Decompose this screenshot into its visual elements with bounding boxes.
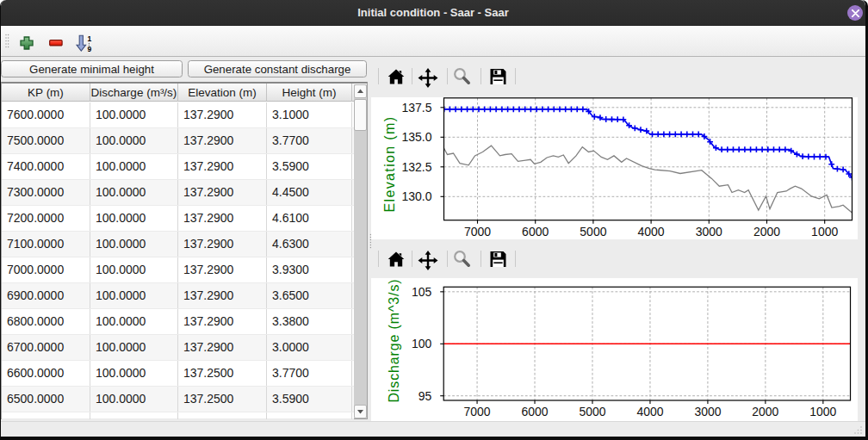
svg-text:5000: 5000 [579, 405, 605, 418]
svg-text:6000: 6000 [522, 225, 549, 239]
svg-text:4000: 4000 [638, 225, 665, 239]
svg-text:7000: 7000 [464, 405, 491, 418]
svg-text:1000: 1000 [811, 225, 838, 239]
svg-text:Discharge (m^3/s): Discharge (m^3/s) [387, 279, 401, 403]
svg-text:2000: 2000 [752, 405, 778, 418]
svg-text:1000: 1000 [809, 405, 836, 418]
svg-text:5000: 5000 [580, 225, 606, 239]
svg-text:1: 1 [88, 34, 92, 43]
svg-text:3000: 3000 [696, 225, 722, 239]
svg-text:130.0: 130.0 [401, 189, 431, 203]
svg-text:95: 95 [418, 389, 432, 403]
svg-text:137.5: 137.5 [401, 100, 431, 114]
svg-text:132.5: 132.5 [401, 159, 431, 173]
svg-text:9: 9 [88, 45, 92, 53]
svg-text:6000: 6000 [522, 405, 549, 418]
svg-text:2000: 2000 [753, 225, 780, 239]
svg-text:100: 100 [412, 337, 432, 350]
svg-text:4000: 4000 [636, 405, 663, 418]
svg-text:135.0: 135.0 [401, 130, 431, 144]
svg-text:105: 105 [412, 285, 432, 299]
svg-text:Elevation (m): Elevation (m) [382, 115, 397, 212]
svg-text:3000: 3000 [694, 405, 721, 418]
svg-text:7000: 7000 [464, 225, 491, 239]
